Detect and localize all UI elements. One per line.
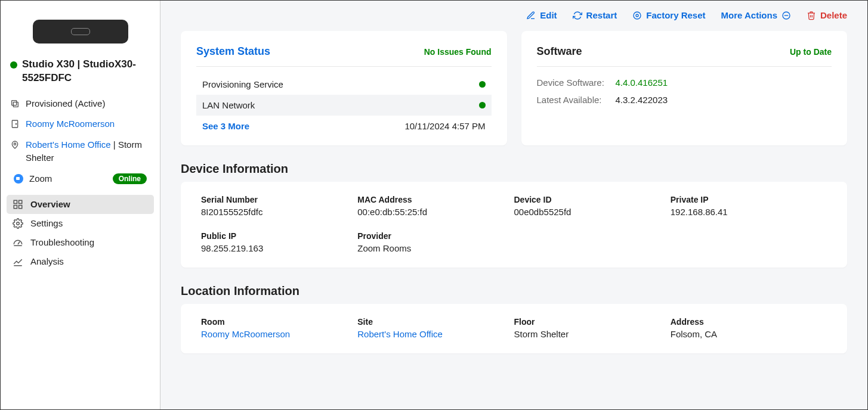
more-actions-button[interactable]: More Actions — [721, 10, 791, 20]
location-info-card: Room Roomy McRoomerson Site Robert's Hom… — [181, 304, 847, 353]
restart-label: Restart — [586, 10, 617, 20]
see-more-link[interactable]: See 3 More — [202, 121, 249, 131]
device-title: Studio X30 | StudioX30-5525FDFC — [22, 58, 150, 85]
nav-overview-label: Overview — [30, 199, 70, 209]
location-pin-icon — [10, 140, 20, 150]
provisioned-icon — [10, 99, 20, 108]
site-label: Site — [357, 317, 514, 329]
nav-troubleshooting-label: Troubleshooting — [30, 237, 94, 247]
serial-number: Serial Number 8I20155525fdfc — [201, 195, 357, 217]
status-row-label: Provisioning Service — [202, 79, 283, 89]
trash-icon — [807, 11, 816, 20]
factory-reset-button[interactable]: Factory Reset — [632, 10, 705, 20]
site: Site Robert's Home Office — [357, 317, 514, 339]
device-software-label: Device Software: — [537, 77, 611, 88]
status-dot-ok-icon — [479, 102, 486, 108]
device-info-card: Serial Number 8I20155525fdfc MAC Address… — [181, 182, 847, 268]
more-circle-icon — [781, 11, 791, 20]
floor-label: Floor — [514, 317, 671, 329]
nav-troubleshooting[interactable]: Troubleshooting — [7, 233, 154, 252]
gear-icon — [13, 218, 23, 229]
restart-button[interactable]: Restart — [573, 10, 617, 20]
delete-label: Delete — [820, 10, 847, 20]
restart-icon — [573, 11, 582, 20]
private-ip-value: 192.168.86.41 — [671, 207, 827, 217]
site-link[interactable]: Robert's Home Office — [26, 139, 111, 150]
main-content: Edit Restart Factory Reset More Actions … — [160, 1, 867, 409]
provider: Provider Zoom Rooms — [357, 231, 514, 253]
delete-button[interactable]: Delete — [807, 10, 847, 20]
mac-label: MAC Address — [357, 195, 514, 207]
address-value: Folsom, CA — [671, 329, 827, 339]
provider-row: Zoom Online — [10, 169, 150, 192]
system-status-title[interactable]: System Status — [196, 45, 270, 58]
svg-rect-6 — [19, 200, 22, 203]
svg-point-4 — [14, 143, 16, 145]
software-summary: Up to Date — [790, 47, 832, 57]
floor: Floor Storm Shelter — [514, 317, 671, 339]
room-row: Roomy McRoomerson — [10, 114, 150, 135]
chart-line-icon — [13, 256, 23, 267]
sidebar: Studio X30 | StudioX30-5525FDFC Provisio… — [1, 1, 160, 409]
software-title: Software — [537, 45, 582, 58]
room-icon — [10, 119, 20, 129]
mac-address: MAC Address 00:e0:db:55:25:fd — [357, 195, 514, 217]
online-badge: Online — [113, 173, 147, 184]
site-row: Robert's Home Office | Storm Shelter — [10, 135, 150, 169]
room-link[interactable]: Roomy McRoomerson — [26, 119, 115, 129]
factory-reset-label: Factory Reset — [646, 10, 705, 20]
status-row-label: LAN Network — [202, 100, 255, 110]
status-footer: See 3 More 10/11/2024 4:57 PM — [196, 116, 492, 131]
device-id: Device ID 00e0db5525fd — [514, 195, 671, 217]
room: Room Roomy McRoomerson — [201, 317, 357, 339]
device-software-value[interactable]: 4.4.0.416251 — [616, 77, 668, 88]
device-title-row: Studio X30 | StudioX30-5525FDFC — [7, 58, 154, 94]
svg-point-14 — [634, 12, 641, 19]
gauge-icon — [13, 237, 23, 248]
provision-status-row: Provisioned (Active) — [10, 94, 150, 114]
device-id-value: 00e0db5525fd — [514, 207, 671, 217]
svg-rect-5 — [14, 200, 17, 203]
device-thumbnail — [33, 20, 128, 44]
provider-label: Provider — [357, 231, 514, 243]
provision-status: Provisioned (Active) — [26, 97, 105, 111]
software-card: Software Up to Date Device Software: 4.4… — [521, 31, 848, 145]
latest-available-row: Latest Available: 4.3.2.422023 — [537, 91, 832, 108]
serial-value: 8I20155525fdfc — [201, 207, 357, 217]
nav-analysis-label: Analysis — [30, 256, 64, 266]
location-info-heading: Location Information — [160, 268, 867, 304]
mac-value: 00:e0:db:55:25:fd — [357, 207, 514, 217]
nav-settings[interactable]: Settings — [7, 214, 154, 233]
status-timestamp: 10/11/2024 4:57 PM — [404, 121, 485, 131]
status-row-provisioning: Provisioning Service — [196, 74, 492, 95]
floor-value: Storm Shelter — [514, 329, 671, 339]
device-software-row: Device Software: 4.4.0.416251 — [537, 74, 832, 91]
nav-overview[interactable]: Overview — [7, 195, 154, 214]
svg-line-10 — [18, 241, 20, 244]
device-status-dot-icon — [10, 61, 17, 69]
public-ip-label: Public IP — [201, 231, 357, 243]
factory-reset-icon — [632, 11, 642, 20]
nav-analysis[interactable]: Analysis — [7, 252, 154, 271]
latest-available-label: Latest Available: — [537, 95, 611, 105]
room-label: Room — [201, 317, 357, 329]
svg-point-9 — [17, 222, 20, 225]
svg-point-13 — [636, 14, 638, 17]
cards-row: System Status No Issues Found Provisioni… — [160, 26, 867, 145]
zoom-icon — [14, 174, 23, 184]
room-value[interactable]: Roomy McRoomerson — [201, 329, 357, 339]
nav-settings-label: Settings — [30, 218, 63, 228]
svg-rect-7 — [14, 205, 17, 208]
site-value[interactable]: Robert's Home Office — [357, 329, 514, 339]
latest-available-value: 4.3.2.422023 — [616, 95, 668, 105]
pencil-icon — [526, 11, 536, 20]
system-status-header: System Status No Issues Found — [196, 45, 492, 67]
provider-value: Zoom Rooms — [357, 243, 514, 253]
private-ip: Private IP 192.168.86.41 — [671, 195, 827, 217]
grid-icon — [13, 199, 23, 210]
edit-button[interactable]: Edit — [526, 10, 557, 20]
svg-rect-8 — [19, 205, 22, 208]
device-id-label: Device ID — [514, 195, 671, 207]
system-status-summary: No Issues Found — [424, 47, 492, 57]
svg-rect-1 — [13, 102, 18, 107]
